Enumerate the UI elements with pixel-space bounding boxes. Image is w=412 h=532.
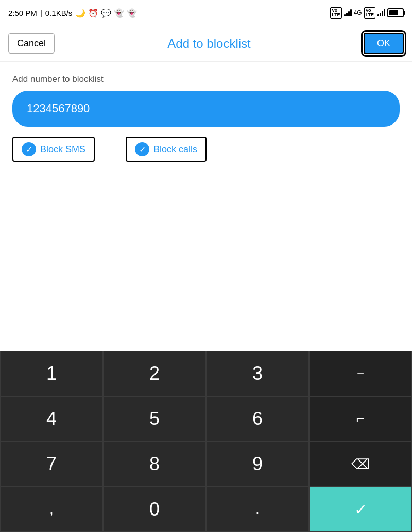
keyboard-row-3: 7 8 9 ⌫ (0, 441, 412, 487)
key-space[interactable]: ⌐ (309, 396, 412, 441)
time-display: 2:50 PM (8, 9, 37, 17)
key-4[interactable]: 4 (0, 396, 103, 441)
status-time-area: 2:50 PM | 0.1KB/s 🌙 ⏰ 💬 👻 👻 (8, 8, 137, 18)
whatsapp-icon: 💬 (101, 8, 111, 18)
cancel-button[interactable]: Cancel (8, 33, 55, 54)
keyboard-row-1: 1 2 3 − (0, 351, 412, 396)
header-bar: Cancel Add to blocklist OK (0, 26, 412, 62)
key-9[interactable]: 9 (206, 441, 309, 487)
block-sms-label: Block SMS (40, 144, 85, 155)
key-backspace[interactable]: ⌫ (309, 441, 412, 487)
key-dash[interactable]: − (309, 351, 412, 396)
keyboard: 1 2 3 − 4 5 6 ⌐ 7 8 9 ⌫ , 0 . ✓ (0, 351, 412, 532)
signal-bars-1 (344, 9, 352, 16)
keyboard-row-2: 4 5 6 ⌐ (0, 396, 412, 441)
key-2[interactable]: 2 (103, 351, 206, 396)
key-period[interactable]: . (206, 487, 309, 532)
phone-input-box[interactable]: 1234567890 (12, 91, 400, 127)
key-3[interactable]: 3 (206, 351, 309, 396)
keyboard-row-4: , 0 . ✓ (0, 487, 412, 532)
add-number-label: Add number to blocklist (12, 74, 400, 84)
block-sms-check-icon: ✓ (22, 142, 36, 156)
content-area: Add number to blocklist 1234567890 ✓ Blo… (0, 62, 412, 162)
key-8[interactable]: 8 (103, 441, 206, 487)
status-right-area: VoLTE 4G VoLTE 69 (330, 7, 404, 19)
ok-button[interactable]: OK (364, 33, 404, 54)
volte-badge-2: VoLTE (364, 7, 375, 19)
separator: | (40, 9, 42, 17)
key-7[interactable]: 7 (0, 441, 103, 487)
snapchat-icon1: 👻 (114, 8, 124, 18)
page-title: Add to blocklist (167, 37, 250, 51)
signal-bars-2 (377, 9, 385, 16)
alarm-icon: ⏰ (88, 8, 98, 18)
key-6[interactable]: 6 (206, 396, 309, 441)
phone-number-display: 1234567890 (27, 102, 90, 115)
block-calls-check-icon: ✓ (135, 142, 149, 156)
block-sms-checkbox[interactable]: ✓ Block SMS (12, 137, 95, 162)
notification-icons: 🌙 ⏰ 💬 👻 👻 (75, 8, 137, 18)
4g-label: 4G (354, 9, 362, 16)
key-comma[interactable]: , (0, 487, 103, 532)
snapchat-icon2: 👻 (127, 8, 137, 18)
key-5[interactable]: 5 (103, 396, 206, 441)
status-bar: 2:50 PM | 0.1KB/s 🌙 ⏰ 💬 👻 👻 VoLTE 4G VoL… (0, 0, 412, 26)
key-0[interactable]: 0 (103, 487, 206, 532)
key-1[interactable]: 1 (0, 351, 103, 396)
block-calls-checkbox[interactable]: ✓ Block calls (126, 137, 207, 162)
block-calls-label: Block calls (153, 144, 197, 155)
volte-badge: VoLTE (330, 7, 341, 19)
key-done[interactable]: ✓ (309, 487, 412, 532)
moon-icon: 🌙 (75, 8, 85, 18)
checkbox-row: ✓ Block SMS ✓ Block calls (12, 137, 400, 162)
battery-icon: 69 (387, 8, 404, 17)
data-speed: 0.1KB/s (45, 9, 73, 17)
